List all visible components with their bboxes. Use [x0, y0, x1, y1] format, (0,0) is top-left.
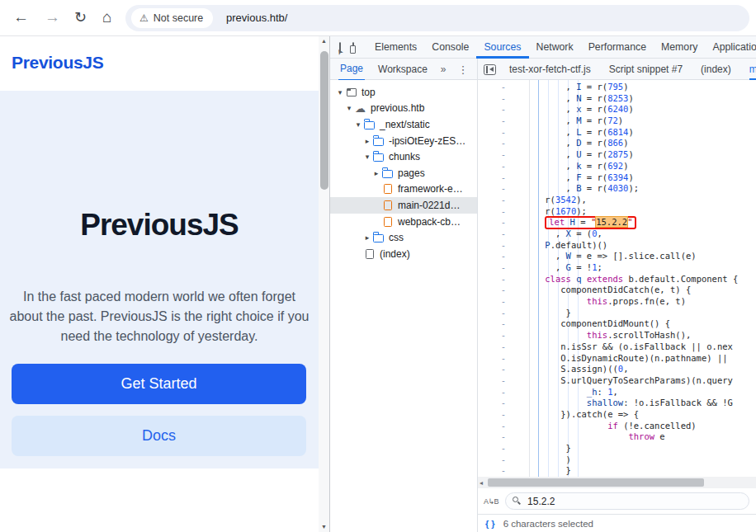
line-gutter[interactable]: -: [478, 251, 524, 262]
tree-item--next-static[interactable]: ▾_next/static: [330, 116, 477, 133]
tree-open-icon[interactable]: ▾: [362, 153, 372, 161]
line-gutter[interactable]: -: [478, 228, 524, 240]
line-gutter[interactable]: -: [478, 431, 524, 443]
line-gutter[interactable]: -: [478, 206, 524, 218]
tree-open-icon[interactable]: ▾: [335, 88, 345, 97]
device-toolbar-icon[interactable]: [352, 42, 354, 52]
tree-open-icon[interactable]: ▾: [344, 104, 354, 112]
tree-item-top[interactable]: ▾top: [330, 84, 477, 101]
code-line: - , N = r(8253): [478, 93, 756, 105]
webpage-viewport: PreviousJS PreviousJS In the fast paced …: [0, 36, 319, 532]
line-gutter[interactable]: -: [478, 375, 524, 387]
line-gutter[interactable]: -: [478, 138, 524, 149]
security-chip[interactable]: ⚠ Not secure: [131, 8, 213, 28]
tree-item--index-[interactable]: (index): [330, 246, 477, 262]
editor-hscrollbar[interactable]: ◂: [478, 477, 756, 488]
tree-item-main-0221d-[interactable]: main-0221d…: [330, 197, 477, 214]
find-input[interactable]: [505, 492, 749, 510]
page-scrollbar[interactable]: ▲ ▼: [319, 36, 329, 532]
tree-closed-icon[interactable]: ▸: [362, 233, 372, 242]
line-gutter[interactable]: -: [478, 93, 524, 105]
line-gutter[interactable]: -: [478, 318, 524, 330]
devtools-tab-sources[interactable]: Sources: [476, 36, 528, 59]
devtools-tab-application[interactable]: Application: [705, 36, 756, 59]
tree-closed-icon[interactable]: ▸: [362, 137, 372, 145]
devtools-tab-elements[interactable]: Elements: [367, 36, 424, 59]
editor-hscrollbar-thumb[interactable]: [488, 478, 704, 487]
line-gutter[interactable]: -: [478, 149, 524, 161]
file-js-icon: [381, 216, 394, 228]
forward-icon[interactable]: →: [45, 8, 60, 26]
navigator-menu-icon[interactable]: ⋮: [458, 64, 469, 76]
file-tab[interactable]: test-xor-fetch-ctf.js: [509, 59, 591, 80]
site-logo-link[interactable]: PreviousJS: [12, 53, 103, 73]
editor-status-bar: { } 6 characters selected: [478, 514, 756, 532]
tree-open-icon[interactable]: ▾: [353, 120, 363, 129]
docs-button[interactable]: Docs: [12, 416, 306, 456]
tab-page[interactable]: Page: [338, 59, 365, 81]
back-icon[interactable]: ←: [13, 8, 29, 26]
tree-item--ipsioteey-zes-[interactable]: ▸-ipsiOtEey-zES…: [330, 133, 477, 149]
line-gutter[interactable]: -: [478, 364, 524, 375]
line-gutter[interactable]: -: [478, 341, 524, 353]
tree-closed-icon[interactable]: ▸: [371, 169, 381, 177]
pretty-print-icon[interactable]: { }: [485, 519, 495, 529]
line-gutter[interactable]: -: [478, 308, 524, 319]
line-gutter[interactable]: -: [478, 82, 524, 93]
line-gutter[interactable]: -: [478, 285, 524, 296]
line-gutter[interactable]: -: [478, 465, 524, 477]
line-gutter[interactable]: -: [478, 240, 524, 252]
line-gutter[interactable]: -: [478, 330, 524, 341]
tree-item-css[interactable]: ▸css: [330, 229, 477, 246]
line-gutter[interactable]: -: [478, 296, 524, 308]
line-gutter[interactable]: -: [478, 104, 524, 115]
code-line: - r(1670);: [478, 206, 756, 218]
line-gutter[interactable]: -: [478, 421, 524, 432]
line-gutter[interactable]: -: [478, 172, 524, 184]
line-gutter[interactable]: -: [478, 217, 524, 228]
tree-item-chunks[interactable]: ▾chunks: [330, 148, 477, 165]
scroll-up-icon[interactable]: ▲: [319, 38, 329, 44]
file-js-icon: [381, 200, 394, 211]
more-tabs-icon[interactable]: »: [441, 64, 447, 75]
devtools-tab-console[interactable]: Console: [424, 36, 476, 59]
get-started-button[interactable]: Get Started: [12, 364, 306, 404]
devtools-tab-memory[interactable]: Memory: [654, 36, 705, 59]
devtools-tab-network[interactable]: Network: [529, 36, 581, 59]
devtools-tab-performance[interactable]: Performance: [581, 36, 654, 59]
tree-item-framework-e-[interactable]: framework-e…: [330, 181, 477, 198]
hero-title: PreviousJS: [0, 208, 319, 242]
file-tab[interactable]: Script snippet #7: [609, 59, 683, 80]
page-scrollbar-thumb[interactable]: [320, 51, 328, 190]
line-gutter[interactable]: -: [478, 387, 524, 398]
line-gutter[interactable]: -: [478, 183, 524, 195]
line-gutter[interactable]: -: [478, 127, 524, 139]
line-gutter[interactable]: -: [478, 443, 524, 454]
reload-icon[interactable]: ↻: [74, 8, 87, 26]
tree-item-webpack-cb-[interactable]: webpack-cb…: [330, 214, 477, 230]
line-gutter[interactable]: -: [478, 161, 524, 172]
scroll-down-icon[interactable]: ▼: [319, 524, 329, 530]
hide-navigator-icon[interactable]: [484, 64, 496, 75]
line-gutter[interactable]: -: [478, 274, 524, 285]
line-gutter[interactable]: -: [478, 115, 524, 127]
address-bar[interactable]: ⚠ Not secure previous.htb/: [125, 5, 749, 31]
home-icon[interactable]: ⌂: [102, 8, 111, 26]
code-area[interactable]: - , I = r(795)- , N = r(8253)- , x = r(6…: [478, 80, 756, 477]
file-tab[interactable]: (index): [701, 59, 731, 80]
tree-item-pages[interactable]: ▸pages: [330, 165, 477, 181]
line-gutter[interactable]: -: [478, 409, 524, 421]
line-gutter[interactable]: -: [478, 454, 524, 466]
scroll-left-icon[interactable]: ◂: [480, 479, 483, 487]
file-tab[interactable]: mai: [749, 59, 756, 80]
selection-status: 6 characters selected: [503, 519, 593, 529]
replace-toggle-icon[interactable]: A↳B: [484, 497, 498, 506]
inspect-element-icon[interactable]: [339, 42, 341, 53]
line-gutter[interactable]: -: [478, 195, 524, 206]
line-gutter[interactable]: -: [478, 353, 524, 365]
tree-item-previous-htb[interactable]: ▾☁previous.htb: [330, 101, 477, 117]
line-gutter[interactable]: -: [478, 398, 524, 409]
file-tree: ▾top▾☁previous.htb▾_next/static▸-ipsiOtE…: [330, 80, 477, 262]
line-gutter[interactable]: -: [478, 262, 524, 274]
tab-workspace[interactable]: Workspace: [376, 59, 429, 80]
